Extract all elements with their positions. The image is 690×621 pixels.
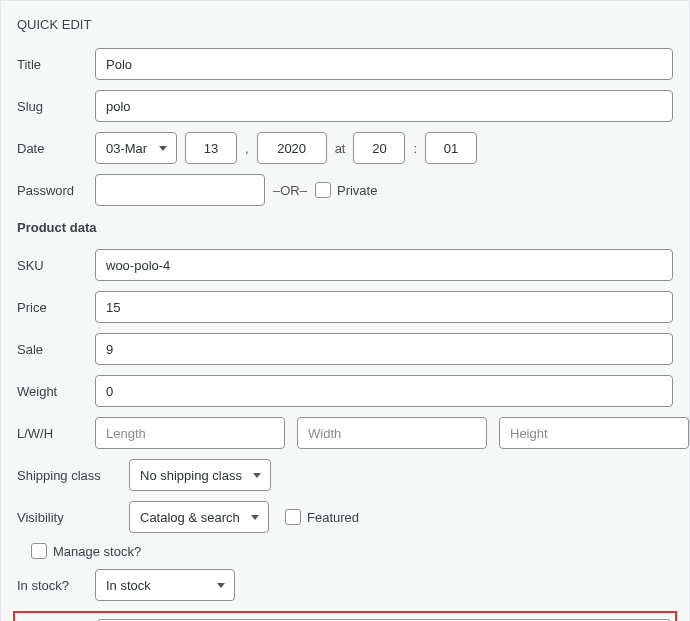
title-input[interactable]: [95, 48, 673, 80]
length-input[interactable]: [95, 417, 285, 449]
slug-input[interactable]: [95, 90, 673, 122]
title-row: Title: [17, 48, 673, 80]
width-input[interactable]: [297, 417, 487, 449]
sale-input[interactable]: [95, 333, 673, 365]
title-label: Title: [17, 57, 95, 72]
sku-row: SKU: [17, 249, 673, 281]
date-group: 03-Mar , at :: [95, 132, 477, 164]
password-label: Password: [17, 183, 95, 198]
password-row: Password –OR– Private: [17, 174, 673, 206]
instock-label: In stock?: [17, 578, 95, 593]
height-input[interactable]: [499, 417, 689, 449]
minute-input[interactable]: [425, 132, 477, 164]
dims-group: [95, 417, 689, 449]
private-checkbox[interactable]: [315, 182, 331, 198]
year-input[interactable]: [257, 132, 327, 164]
day-input[interactable]: [185, 132, 237, 164]
shipping-class-label: Shipping class: [17, 468, 129, 483]
hour-input[interactable]: [353, 132, 405, 164]
weight-row: Weight: [17, 375, 673, 407]
featured-label: Featured: [307, 510, 359, 525]
cost-row-highlight: Cost: [13, 611, 677, 621]
lwh-row: L/W/H: [17, 417, 673, 449]
product-data-heading: Product data: [17, 220, 673, 235]
panel-title: QUICK EDIT: [17, 17, 673, 32]
lwh-label: L/W/H: [17, 426, 95, 441]
date-label: Date: [17, 141, 95, 156]
sale-row: Sale: [17, 333, 673, 365]
shipping-class-row: Shipping class No shipping class: [17, 459, 673, 491]
weight-input[interactable]: [95, 375, 673, 407]
sku-label: SKU: [17, 258, 95, 273]
quick-edit-panel: QUICK EDIT Title Slug Date 03-Mar , at :…: [0, 0, 690, 621]
month-select[interactable]: 03-Mar: [95, 132, 177, 164]
instock-select[interactable]: In stock: [95, 569, 235, 601]
private-label: Private: [337, 183, 377, 198]
colon-sep: :: [413, 141, 417, 156]
manage-stock-checkbox[interactable]: [31, 543, 47, 559]
price-input[interactable]: [95, 291, 673, 323]
visibility-label: Visibility: [17, 510, 129, 525]
visibility-row: Visibility Catalog & search Featured: [17, 501, 673, 533]
shipping-class-select[interactable]: No shipping class: [129, 459, 271, 491]
instock-row: In stock? In stock: [17, 569, 673, 601]
comma-sep: ,: [245, 141, 249, 156]
featured-checkbox[interactable]: [285, 509, 301, 525]
or-text: –OR–: [273, 183, 307, 198]
password-input[interactable]: [95, 174, 265, 206]
sale-label: Sale: [17, 342, 95, 357]
at-sep: at: [335, 141, 346, 156]
price-row: Price: [17, 291, 673, 323]
date-row: Date 03-Mar , at :: [17, 132, 673, 164]
slug-label: Slug: [17, 99, 95, 114]
price-label: Price: [17, 300, 95, 315]
slug-row: Slug: [17, 90, 673, 122]
manage-stock-label: Manage stock?: [53, 544, 141, 559]
weight-label: Weight: [17, 384, 95, 399]
manage-stock-row: Manage stock?: [31, 543, 673, 559]
sku-input[interactable]: [95, 249, 673, 281]
visibility-select[interactable]: Catalog & search: [129, 501, 269, 533]
